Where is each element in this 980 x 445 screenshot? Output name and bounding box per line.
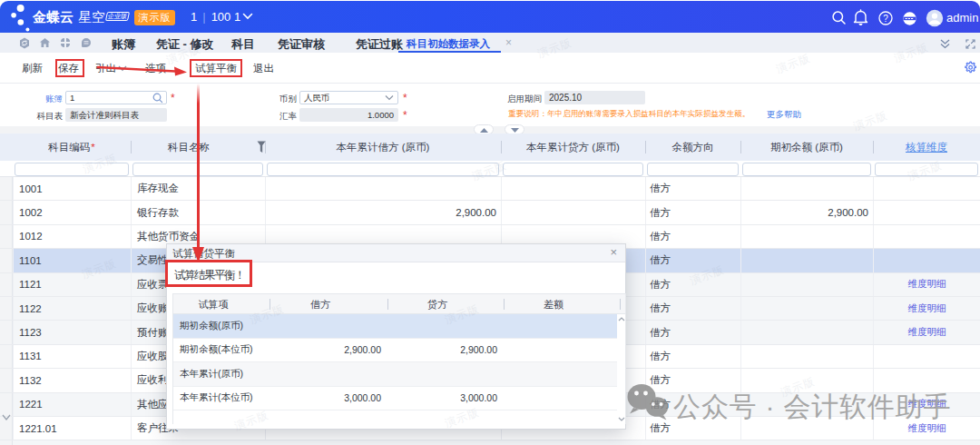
svg-text:?: ?	[883, 14, 888, 24]
